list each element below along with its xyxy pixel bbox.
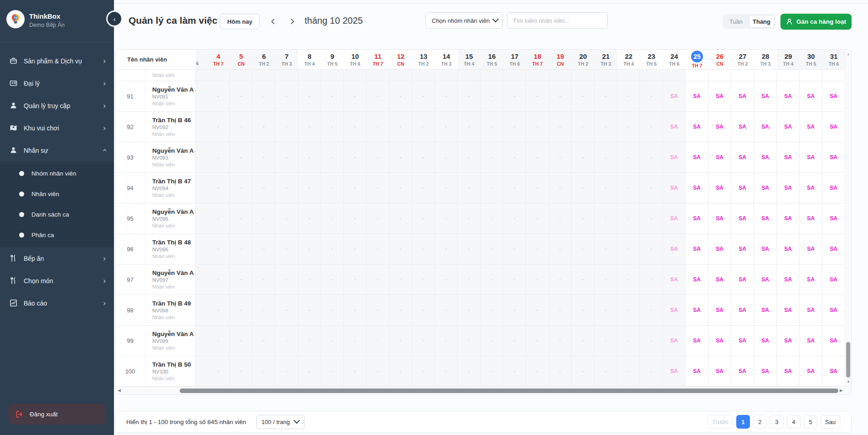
shift-cell[interactable]: -	[207, 264, 230, 295]
shift-cell[interactable]: SA	[754, 326, 777, 356]
shift-cell[interactable]: SA	[663, 112, 686, 142]
shift-cell[interactable]: SA	[731, 295, 754, 325]
shift-cell[interactable]: -	[526, 112, 549, 142]
shift-cell[interactable]: -	[549, 264, 572, 295]
clipped-shift-cell[interactable]	[196, 70, 207, 81]
shift-cell[interactable]: -	[321, 356, 344, 386]
shift-cell[interactable]: SA	[731, 234, 754, 264]
shift-cell[interactable]: -	[549, 295, 572, 325]
shift-cell[interactable]: -	[526, 295, 549, 325]
shift-cell[interactable]: -	[298, 203, 321, 233]
shift-cell[interactable]: SA	[754, 112, 777, 142]
shift-cell[interactable]: -	[549, 234, 572, 264]
shift-cell[interactable]: -	[617, 356, 640, 386]
shift-cell[interactable]: -	[275, 81, 298, 111]
shift-cell[interactable]: -	[344, 173, 367, 203]
shift-cell[interactable]: -	[344, 295, 367, 325]
shift-cell[interactable]: SA	[686, 326, 708, 356]
shift-cell[interactable]	[572, 70, 594, 81]
shift-cell[interactable]: -	[321, 112, 344, 142]
shift-cell[interactable]: SA	[800, 264, 822, 295]
horizontal-scrollbar[interactable]: ◀ ▶	[115, 387, 852, 394]
shift-cell[interactable]: SA	[708, 295, 731, 325]
shift-cell[interactable]: SA	[777, 356, 800, 386]
shift-cell[interactable]: -	[594, 356, 617, 386]
shift-cell[interactable]	[275, 70, 298, 81]
shift-cell[interactable]: -	[640, 264, 663, 295]
shift-cell[interactable]: SA	[686, 81, 708, 111]
shift-cell[interactable]: -	[640, 142, 663, 172]
shift-cell[interactable]: SA	[822, 81, 845, 111]
shift-cell[interactable]: SA	[822, 203, 845, 233]
shift-cell[interactable]	[640, 70, 663, 81]
shift-cell[interactable]: -	[207, 173, 230, 203]
shift-cell[interactable]: SA	[663, 295, 686, 325]
shift-cell[interactable]	[344, 70, 367, 81]
shift-cell[interactable]: -	[572, 112, 594, 142]
shift-cell[interactable]: -	[389, 203, 412, 233]
shift-cell[interactable]: -	[594, 112, 617, 142]
shift-cell[interactable]: -	[526, 142, 549, 172]
shift-cell[interactable]: -	[412, 356, 435, 386]
shift-cell[interactable]: -	[321, 173, 344, 203]
shift-cell[interactable]: -	[549, 326, 572, 356]
shift-cell[interactable]: SA	[822, 326, 845, 356]
shift-cell[interactable]: -	[275, 234, 298, 264]
sidebar-item--i-l-[interactable]: Đại lý›	[0, 72, 114, 94]
shift-cell[interactable]: -	[594, 203, 617, 233]
month-view-toggle[interactable]: Tháng	[749, 15, 775, 28]
shift-cell[interactable]: -	[503, 203, 526, 233]
shift-cell[interactable]: -	[298, 356, 321, 386]
shift-cell[interactable]: -	[617, 142, 640, 172]
shift-cell[interactable]: -	[207, 234, 230, 264]
shift-cell[interactable]: SA	[686, 173, 708, 203]
shift-cell[interactable]: SA	[731, 112, 754, 142]
shift-cell[interactable]: -	[617, 295, 640, 325]
scroll-left-arrow-icon[interactable]: ◀	[118, 388, 121, 393]
page-button-3[interactable]: 3	[770, 415, 784, 429]
shift-cell[interactable]: -	[321, 203, 344, 233]
shift-cell[interactable]: -	[275, 264, 298, 295]
shift-cell[interactable]: SA	[822, 295, 845, 325]
shift-cell[interactable]: SA	[686, 142, 708, 172]
shift-cell[interactable]: -	[321, 234, 344, 264]
shift-cell[interactable]: -	[253, 112, 275, 142]
shift-cell[interactable]: -	[344, 81, 367, 111]
shift-cell[interactable]: -	[480, 81, 503, 111]
bulk-assign-button[interactable]: Gán ca hàng loạt	[780, 14, 852, 30]
shift-cell[interactable]: -	[389, 264, 412, 295]
clipped-shift-cell[interactable]	[196, 173, 207, 203]
shift-cell[interactable]: SA	[686, 295, 708, 325]
page-button-1[interactable]: 1	[736, 415, 750, 429]
sidebar-item-nh-n-s-[interactable]: Nhân sự›	[0, 139, 114, 161]
shift-cell[interactable]: SA	[800, 203, 822, 233]
sidebar-subitem-nh-n-vi-n[interactable]: Nhân viên	[0, 184, 114, 204]
shift-cell[interactable]: -	[412, 142, 435, 172]
shift-cell[interactable]: -	[298, 326, 321, 356]
shift-cell[interactable]	[207, 70, 230, 81]
shift-cell[interactable]: -	[321, 326, 344, 356]
shift-cell[interactable]: -	[367, 112, 389, 142]
shift-cell[interactable]: -	[480, 234, 503, 264]
clipped-shift-cell[interactable]	[196, 264, 207, 295]
shift-cell[interactable]: -	[389, 81, 412, 111]
shift-cell[interactable]: -	[549, 81, 572, 111]
shift-cell[interactable]: -	[435, 81, 458, 111]
shift-cell[interactable]: SA	[708, 326, 731, 356]
shift-cell[interactable]: SA	[800, 81, 822, 111]
shift-cell[interactable]: -	[572, 295, 594, 325]
shift-cell[interactable]: SA	[800, 173, 822, 203]
shift-cell[interactable]: -	[412, 295, 435, 325]
shift-cell[interactable]: SA	[754, 356, 777, 386]
clipped-shift-cell[interactable]	[196, 326, 207, 356]
shift-cell[interactable]: SA	[708, 173, 731, 203]
shift-cell[interactable]: -	[458, 326, 480, 356]
shift-cell[interactable]: -	[480, 295, 503, 325]
shift-cell[interactable]: -	[435, 112, 458, 142]
shift-cell[interactable]: SA	[731, 173, 754, 203]
shift-cell[interactable]: -	[503, 264, 526, 295]
shift-cell[interactable]: SA	[754, 295, 777, 325]
shift-cell[interactable]: SA	[754, 264, 777, 295]
shift-cell[interactable]: -	[321, 142, 344, 172]
vertical-scrollbar-thumb[interactable]	[846, 342, 850, 378]
